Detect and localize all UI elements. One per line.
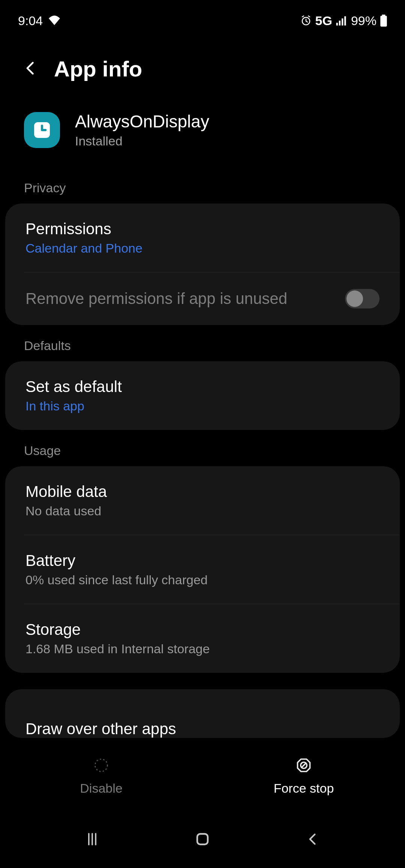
battery-icon xyxy=(380,15,387,27)
status-bar: 9:04 5G xyxy=(0,0,405,34)
app-install-status: Installed xyxy=(75,134,209,148)
nav-home[interactable] xyxy=(194,830,212,850)
row-battery-subtitle: 0% used since last fully charged xyxy=(26,573,380,587)
row-permissions-subtitle: Calendar and Phone xyxy=(26,241,380,256)
row-battery-title: Battery xyxy=(26,552,380,570)
svg-point-8 xyxy=(95,759,108,771)
back-button[interactable] xyxy=(22,60,39,78)
status-battery-pct: 99% xyxy=(351,13,376,28)
row-set-default-title: Set as default xyxy=(26,378,380,396)
row-draw-over[interactable]: Draw over other apps xyxy=(5,703,400,738)
row-storage-title: Storage xyxy=(26,621,380,639)
row-remove-permissions-title: Remove permissions if app is unused xyxy=(26,290,330,308)
force-stop-button[interactable]: Force stop xyxy=(202,757,405,796)
row-draw-over-title: Draw over other apps xyxy=(26,720,380,738)
status-time: 9:04 xyxy=(18,13,43,28)
app-identity: AlwaysOnDisplay Installed xyxy=(0,96,405,167)
force-stop-label: Force stop xyxy=(274,781,334,796)
page-title: App info xyxy=(54,56,142,81)
section-header-privacy: Privacy xyxy=(0,167,405,204)
card-next: Draw over other apps xyxy=(5,689,400,738)
row-storage[interactable]: Storage 1.68 MB used in Internal storage xyxy=(24,604,400,673)
row-mobile-data-title: Mobile data xyxy=(26,483,380,501)
status-network: 5G xyxy=(315,13,332,28)
svg-rect-2 xyxy=(339,21,340,25)
alarm-icon xyxy=(300,15,312,26)
row-set-default-subtitle: In this app xyxy=(26,399,380,413)
force-stop-icon xyxy=(296,757,312,775)
nav-back[interactable] xyxy=(304,831,321,849)
section-header-defaults: Defaults xyxy=(0,325,405,361)
disable-label: Disable xyxy=(80,781,122,796)
signal-icon xyxy=(336,16,347,25)
svg-rect-4 xyxy=(344,16,346,25)
bottom-action-bar: Disable Force stop xyxy=(0,741,405,812)
row-storage-subtitle: 1.68 MB used in Internal storage xyxy=(26,642,380,656)
row-set-default[interactable]: Set as default In this app xyxy=(5,361,400,430)
app-icon xyxy=(24,112,60,148)
row-remove-permissions[interactable]: Remove permissions if app is unused xyxy=(24,272,400,325)
wifi-icon xyxy=(47,15,62,26)
row-mobile-data-subtitle: No data used xyxy=(26,504,380,518)
svg-rect-5 xyxy=(382,15,386,16)
disable-button[interactable]: Disable xyxy=(0,757,202,796)
svg-rect-6 xyxy=(380,16,387,27)
card-privacy: Permissions Calendar and Phone Remove pe… xyxy=(5,204,400,325)
svg-rect-10 xyxy=(197,834,208,844)
row-permissions-title: Permissions xyxy=(26,220,380,238)
header: App info xyxy=(0,34,405,96)
svg-rect-3 xyxy=(342,18,343,25)
nav-recents[interactable] xyxy=(84,831,100,849)
row-permissions[interactable]: Permissions Calendar and Phone xyxy=(5,204,400,272)
toggle-remove-permissions[interactable] xyxy=(345,289,380,308)
card-usage: Mobile data No data used Battery 0% used… xyxy=(5,466,400,673)
system-nav-bar xyxy=(0,812,405,868)
row-mobile-data[interactable]: Mobile data No data used xyxy=(5,466,400,535)
row-battery[interactable]: Battery 0% used since last fully charged xyxy=(24,535,400,604)
app-name: AlwaysOnDisplay xyxy=(75,111,209,132)
section-header-usage: Usage xyxy=(0,430,405,466)
svg-rect-1 xyxy=(336,23,338,25)
disable-icon xyxy=(93,757,110,775)
card-defaults: Set as default In this app xyxy=(5,361,400,430)
